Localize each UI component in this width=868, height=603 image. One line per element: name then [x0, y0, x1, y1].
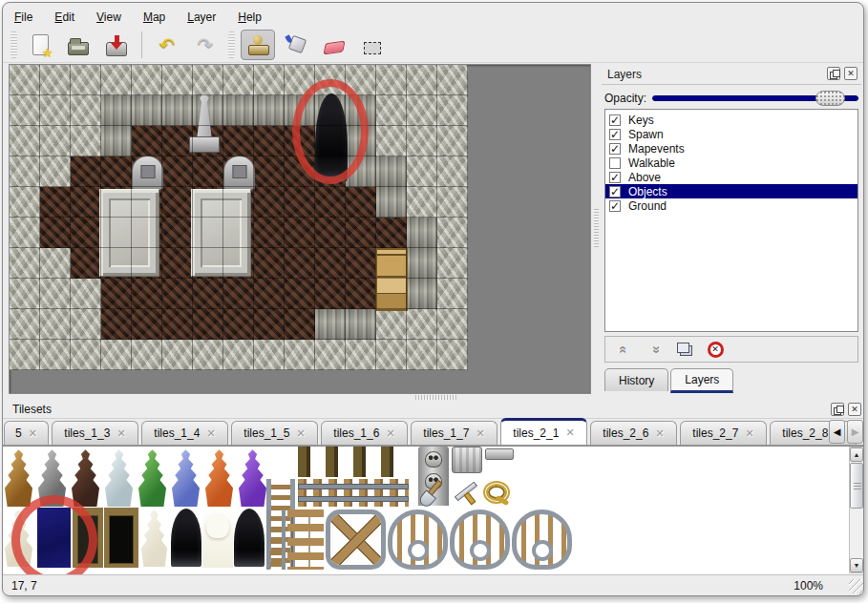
tileset-scrollbar[interactable]: ▲ ▼	[849, 447, 864, 573]
tileset-tab-tiles_2_7[interactable]: tiles_2_7✕	[680, 421, 767, 445]
tile-cave-arch[interactable]	[171, 509, 201, 567]
tab-close-icon[interactable]: ✕	[565, 426, 574, 439]
tile-door-frame-dark[interactable]	[73, 508, 103, 568]
tab-history[interactable]: History	[604, 368, 668, 391]
tile-rail-curve[interactable]	[388, 509, 448, 570]
tile-gold-rock[interactable]	[3, 448, 34, 507]
tile-shovel[interactable]	[418, 478, 449, 507]
tile-rail-curve[interactable]	[512, 509, 572, 570]
tileset-tab-5[interactable]: 5✕	[4, 421, 49, 445]
tile-stone-beam[interactable]	[485, 448, 514, 460]
new-file-button[interactable]: ★	[23, 30, 57, 60]
opacity-slider[interactable]	[652, 91, 858, 106]
tile-rail-crossing[interactable]	[326, 509, 386, 570]
tileset-tiles[interactable]	[3, 447, 864, 474]
checkbox-checked[interactable]: ✓	[609, 143, 621, 155]
tile-orange-crystal[interactable]	[203, 448, 235, 507]
layer-row-above[interactable]: ✓Above	[605, 170, 857, 184]
raise-layer-button[interactable]: «	[613, 339, 634, 360]
fill-tool-button[interactable]	[279, 30, 313, 60]
tileset-tab-tiles_1_7[interactable]: tiles_1_7✕	[411, 421, 498, 445]
open-file-button[interactable]	[61, 30, 95, 60]
layer-row-mapevents[interactable]: ✓Mapevents	[605, 141, 857, 156]
layer-row-keys[interactable]: ✓Keys	[605, 113, 857, 127]
tab-close-icon[interactable]: ✕	[386, 427, 394, 440]
lower-layer-button[interactable]: «	[644, 339, 665, 360]
duplicate-layer-button[interactable]	[674, 339, 695, 360]
tile-rope-coil[interactable]	[483, 481, 510, 504]
layer-row-objects[interactable]: ✓Objects	[605, 184, 857, 198]
checkbox-checked[interactable]: ✓	[609, 172, 621, 183]
map-canvas[interactable]	[9, 64, 591, 394]
tile-pale-rock[interactable]	[3, 509, 34, 567]
tile-dark-blue-cave-wall[interactable]	[37, 508, 71, 568]
menu-layer[interactable]: Layer	[187, 10, 216, 24]
scroll-tabs-left-button[interactable]: ◀	[829, 420, 845, 444]
redo-button[interactable]: ↷	[188, 30, 222, 60]
toolbar-handle[interactable]	[11, 31, 17, 58]
tab-close-icon[interactable]: ✕	[116, 427, 125, 440]
tileset-tab-tiles_1_6[interactable]: tiles_1_6✕	[321, 421, 408, 445]
select-tool-button[interactable]	[355, 30, 390, 60]
close-panel-icon[interactable]: ✕	[848, 403, 861, 416]
delete-layer-button[interactable]: ✕	[705, 339, 726, 360]
tab-close-icon[interactable]: ✕	[29, 427, 37, 440]
checkbox-unchecked[interactable]	[609, 157, 621, 169]
toolbar-handle[interactable]	[228, 31, 235, 58]
tile-pale-rock[interactable]	[139, 509, 169, 567]
scroll-tabs-right-button[interactable]: ▶	[847, 420, 863, 444]
tab-close-icon[interactable]: ✕	[655, 427, 664, 440]
tileset-tab-tiles_1_4[interactable]: tiles_1_4✕	[141, 421, 228, 445]
vertical-splitter[interactable]	[593, 64, 601, 394]
opacity-slider-handle[interactable]	[815, 91, 845, 106]
checkbox-checked[interactable]: ✓	[609, 129, 621, 140]
menu-view[interactable]: View	[96, 10, 121, 24]
tileset-tab-tiles_2_6[interactable]: tiles_2_6✕	[590, 421, 677, 445]
layer-list[interactable]: ✓Keys✓Spawn✓MapeventsWalkable✓Above✓Obje…	[604, 109, 858, 332]
tile-rail-curve[interactable]	[450, 509, 510, 570]
scrollbar-up-icon[interactable]: ▲	[850, 447, 863, 462]
tile-gray-rock[interactable]	[36, 448, 68, 507]
float-panel-icon[interactable]	[831, 403, 844, 416]
tab-close-icon[interactable]: ✕	[296, 427, 305, 440]
tile-door-frame-black[interactable]	[104, 508, 138, 568]
tile-blue-crystal[interactable]	[170, 448, 201, 507]
tile-snow-tile[interactable]	[202, 508, 233, 568]
tab-close-icon[interactable]: ✕	[476, 427, 484, 440]
checkbox-checked[interactable]: ✓	[609, 186, 621, 198]
float-panel-icon[interactable]	[827, 67, 840, 80]
scrollbar-down-icon[interactable]: ▼	[850, 558, 863, 572]
tile-sword[interactable]	[451, 478, 479, 507]
scrollbar-thumb[interactable]	[850, 463, 863, 509]
tileset-tab-tiles_2_1[interactable]: tiles_2_1✕	[500, 418, 587, 445]
tile-rail-vertical[interactable]	[266, 509, 286, 570]
tileset-tab-tiles_1_5[interactable]: tiles_1_5✕	[231, 421, 318, 445]
close-panel-icon[interactable]: ✕	[844, 67, 857, 80]
menu-file[interactable]: File	[14, 10, 32, 24]
tile-wood-beams[interactable]	[298, 447, 409, 477]
tile-ice-rock[interactable]	[103, 448, 135, 507]
tile-column-capital[interactable]	[452, 447, 482, 473]
tab-close-icon[interactable]: ✕	[745, 427, 753, 440]
tile-rail-ties[interactable]	[287, 509, 324, 570]
tileset-view[interactable]	[3, 446, 864, 574]
menu-help[interactable]: Help	[238, 10, 262, 24]
tile-rail-horizontal[interactable]	[298, 479, 409, 507]
save-file-button[interactable]	[99, 30, 134, 60]
tab-close-icon[interactable]: ✕	[206, 427, 215, 440]
undo-button[interactable]: ↶	[150, 30, 184, 60]
tab-layers[interactable]: Layers	[670, 368, 733, 393]
tile-green-crystal[interactable]	[137, 448, 168, 507]
layer-row-spawn[interactable]: ✓Spawn	[605, 127, 857, 141]
eraser-tool-button[interactable]	[317, 30, 351, 60]
tileset-tab-tiles_1_3[interactable]: tiles_1_3✕	[52, 421, 138, 445]
menu-edit[interactable]: Edit	[54, 10, 74, 24]
checkbox-checked[interactable]: ✓	[609, 200, 621, 212]
tile-brown-rock[interactable]	[70, 448, 101, 507]
tile-purple-crystal[interactable]	[237, 448, 268, 507]
window-resize-grip[interactable]	[849, 579, 863, 593]
stamp-tool-button[interactable]	[241, 30, 275, 60]
layer-row-walkable[interactable]: Walkable	[605, 156, 857, 170]
layer-row-ground[interactable]: ✓Ground	[605, 198, 857, 213]
menu-map[interactable]: Map	[143, 10, 165, 24]
